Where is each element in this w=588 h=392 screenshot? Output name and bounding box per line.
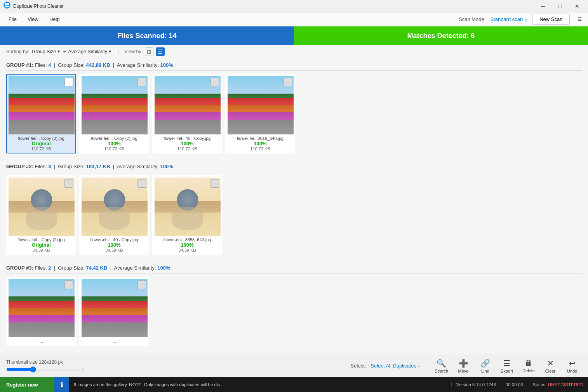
photo-thumbnail	[9, 279, 75, 337]
photo-filename: flower-fiel... Copy (3).jpg	[9, 136, 74, 141]
photo-item[interactable]: flower-fie...0016_640.jpg100%110,72 KB	[225, 74, 295, 153]
hamburger-button[interactable]: ≡	[574, 14, 585, 25]
group-1: GROUP #1: Files: 4 | Group Size: 442,89 …	[6, 58, 582, 160]
photo-thumbnail	[9, 178, 75, 236]
photo-item[interactable]: flower-chi...8658_640.jpg100%34,39 KB	[152, 175, 222, 255]
photo-size: 110,72 KB	[82, 146, 147, 151]
group-size: 442,89 KB	[86, 62, 110, 68]
photo-filename: flower-fie...0016_640.jpg	[228, 136, 293, 141]
scan-mode-label: Scan Mode:	[459, 16, 485, 22]
maximize-button[interactable]: □	[552, 1, 568, 12]
thumb-size-slider[interactable]	[6, 366, 84, 373]
grid-view-button[interactable]: ⊞	[145, 47, 153, 56]
sort-divider: |	[117, 48, 119, 55]
matches-detected-count: 6	[471, 32, 475, 40]
export-button[interactable]: ☰ Export	[497, 357, 517, 375]
photo-thumbnail	[9, 76, 75, 134]
photo-item[interactable]: flower-fiel...40 - Copy.jpg100%110,72 KB	[152, 74, 222, 153]
thumb-size-section: Thumbnail size 128x128 px	[6, 359, 84, 373]
menu-view[interactable]: View	[22, 14, 44, 24]
link-button[interactable]: 🔗 Link	[475, 357, 495, 375]
thumb-size-label: Thumbnail size 128x128 px	[6, 359, 84, 365]
group-separator1: | Group Size:	[52, 164, 86, 169]
photo-checkbox[interactable]	[64, 78, 73, 86]
close-button[interactable]: ✕	[569, 1, 585, 12]
group-files-count: 2	[48, 265, 51, 271]
sorting-label: Sorting by:	[6, 49, 30, 54]
new-scan-button[interactable]: New Scan	[532, 14, 570, 25]
select-all-arrow-icon: ⬦	[418, 363, 421, 369]
minimize-button[interactable]: ─	[535, 1, 551, 12]
photo-label: 100%	[82, 242, 147, 248]
search-icon: 🔍	[437, 359, 446, 368]
delete-label: Delete	[522, 368, 535, 373]
move-label: Move	[458, 369, 469, 373]
group-id: GROUP #1:	[6, 62, 33, 68]
list-view-button[interactable]: ☰	[156, 47, 165, 56]
group-files-label: Files:	[35, 265, 48, 271]
sort-group-size[interactable]: Group Size ▼	[32, 49, 61, 54]
photo-item[interactable]: flower-fiel... Copy (3).jpgOriginal110,7…	[6, 74, 76, 153]
undo-label: Undo	[567, 369, 577, 373]
view-by-label: View by:	[124, 49, 143, 54]
status-registration: Status: UNREGISTERED	[528, 382, 588, 387]
group-3-photos: ......	[6, 277, 582, 352]
group-id: GROUP #2:	[6, 164, 33, 169]
sort-avg-similarity[interactable]: Average Similarity ▼	[68, 49, 112, 54]
delete-button[interactable]: 🗑 Delete	[519, 357, 538, 375]
photo-checkbox[interactable]	[284, 78, 292, 86]
group-similarity: 100%	[160, 62, 173, 68]
files-scanned-count: 14	[169, 32, 177, 40]
group-2: GROUP #2: Files: 3 | Group Size: 103,17 …	[6, 160, 582, 261]
status-message: 9 images are in this gallery. NOTE: Only…	[69, 382, 451, 387]
select-all-duplicates-button[interactable]: Select All Duplicates ⬦	[371, 363, 421, 369]
photo-label: 100%	[155, 141, 220, 146]
group-files-label: Files:	[35, 62, 48, 68]
group-id: GROUP #3:	[6, 265, 33, 271]
clear-icon: ✕	[547, 359, 554, 368]
export-icon: ☰	[503, 359, 510, 368]
group-2-photos: flower-chil... Copy (2).jpgOriginal34,39…	[6, 175, 582, 261]
move-button[interactable]: ➕ Move	[454, 357, 473, 375]
photo-item[interactable]: flower-chil...40 - Copy.jpg100%34,39 KB	[79, 175, 149, 255]
group-separator1: | Group Size:	[52, 265, 86, 271]
photo-checkbox[interactable]	[64, 179, 73, 188]
group-2-header: GROUP #2: Files: 3 | Group Size: 103,17 …	[6, 160, 582, 172]
group-separator2: | Average Similarity:	[109, 265, 157, 271]
undo-button[interactable]: ↩ Undo	[562, 357, 582, 375]
group-files-count: 4	[48, 62, 51, 68]
menu-help[interactable]: Help	[44, 14, 65, 24]
photo-filename: flower-fiel... Copy (2).jpg	[82, 136, 147, 141]
delete-icon: 🗑	[525, 359, 532, 368]
link-icon: 🔗	[480, 359, 490, 368]
photo-item[interactable]: ...	[6, 277, 76, 346]
menu-file[interactable]: File	[3, 14, 22, 24]
info-icon: ℹ	[54, 377, 69, 392]
photo-item[interactable]: ...	[79, 277, 149, 346]
search-button[interactable]: 🔍 Search	[431, 357, 451, 375]
title-bar: Duplicate Photo Cleaner ─ □ ✕	[0, 0, 588, 12]
group-files-count: 3	[48, 164, 51, 169]
photo-checkbox[interactable]	[137, 78, 146, 86]
scan-mode-value[interactable]: Standard scan ⬦	[490, 16, 527, 22]
sort1-arrow-icon: ▼	[57, 49, 61, 54]
status-time: 00:00:03	[501, 382, 528, 387]
app-title: Duplicate Photo Cleaner	[13, 3, 535, 9]
status-reg-value: UNREGISTERED	[548, 382, 583, 387]
photo-checkbox[interactable]	[210, 179, 219, 188]
clear-button[interactable]: ✕ Clear	[541, 357, 560, 375]
menu-bar: File View Help Scan Mode: Standard scan …	[0, 12, 588, 26]
photo-filename: flower-chi...8658_640.jpg	[155, 237, 220, 242]
main-content[interactable]: GROUP #1: Files: 4 | Group Size: 442,89 …	[0, 58, 588, 354]
register-now-button[interactable]: Register now	[0, 377, 54, 392]
photo-item[interactable]: flower-chil... Copy (2).jpgOriginal34,39…	[6, 175, 76, 255]
photo-checkbox[interactable]	[137, 280, 146, 289]
sort2-arrow-icon: ▼	[108, 49, 112, 54]
photo-checkbox[interactable]	[64, 280, 73, 289]
files-scanned-panel: Files Scanned: 14	[0, 26, 294, 45]
photo-size: 34,39 KB	[82, 248, 147, 253]
photo-checkbox[interactable]	[137, 179, 146, 188]
matches-detected-label: Matches Detected:	[407, 32, 469, 40]
photo-checkbox[interactable]	[210, 78, 219, 86]
photo-item[interactable]: flower-fiel... Copy (2).jpg100%110,72 KB	[79, 74, 149, 153]
